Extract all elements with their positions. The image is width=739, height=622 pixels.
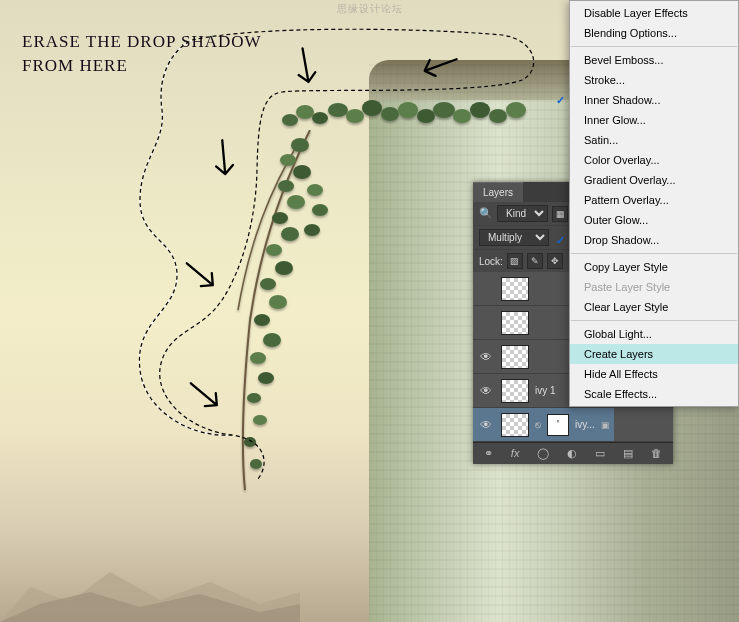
menu-item[interactable]: Blending Options... [570, 23, 738, 43]
layer-name[interactable]: ivy... [575, 419, 595, 430]
menu-separator [571, 46, 737, 47]
mask-icon[interactable]: ◯ [537, 447, 549, 460]
fx-icon[interactable]: fx [511, 447, 520, 460]
group-icon[interactable]: ▭ [595, 447, 605, 460]
menu-item[interactable]: Create Layers [570, 344, 738, 364]
adjustment-icon[interactable]: ◐ [567, 447, 577, 460]
visibility-toggle[interactable]: 👁 [477, 418, 495, 432]
lock-transparent-icon[interactable]: ▨ [507, 253, 523, 269]
canvas-area: 思缘设计论坛 WWW.MISSYUAN.COM ERASE THE DROP S… [0, 0, 739, 622]
menu-item-label: Drop Shadow... [584, 234, 659, 246]
menu-item-label: Paste Layer Style [584, 281, 670, 293]
layers-tab[interactable]: Layers [473, 182, 523, 202]
menu-item-label: Pattern Overlay... [584, 194, 669, 206]
menu-item[interactable]: Outer Glow... [570, 210, 738, 230]
menu-item-label: Copy Layer Style [584, 261, 668, 273]
new-layer-icon[interactable]: ▤ [623, 447, 633, 460]
menu-item-label: Blending Options... [584, 27, 677, 39]
menu-item[interactable]: Bevel Emboss... [570, 50, 738, 70]
menu-item-label: Color Overlay... [584, 154, 660, 166]
menu-item-label: Clear Layer Style [584, 301, 668, 313]
lock-pixels-icon[interactable]: ✎ [527, 253, 543, 269]
menu-item[interactable]: ✓Drop Shadow... [570, 230, 738, 250]
menu-item[interactable]: Color Overlay... [570, 150, 738, 170]
menu-separator [571, 320, 737, 321]
menu-item[interactable]: ✓Inner Shadow... [570, 90, 738, 110]
filter-pixel-icon[interactable]: ▦ [552, 206, 568, 222]
annotation-arrow [184, 374, 227, 417]
link-icon: ⎋ [535, 419, 541, 430]
menu-item-label: Outer Glow... [584, 214, 648, 226]
checkmark-icon: ✓ [556, 234, 565, 247]
layer-thumbnail[interactable] [501, 379, 529, 403]
menu-item-label: Satin... [584, 134, 618, 146]
watermark-center: 思缘设计论坛 [337, 2, 403, 16]
menu-item[interactable]: Pattern Overlay... [570, 190, 738, 210]
annotation-arrow [180, 254, 223, 297]
fx-badge-icon[interactable]: ▣ [601, 420, 610, 430]
visibility-toggle[interactable]: 👁 [477, 384, 495, 398]
menu-item-label: Disable Layer Effects [584, 7, 688, 19]
lock-position-icon[interactable]: ✥ [547, 253, 563, 269]
background-mountains [0, 532, 300, 622]
layers-footer: ⚭ fx ◯ ◐ ▭ ▤ 🗑 [473, 442, 673, 464]
menu-item-label: Inner Shadow... [584, 94, 660, 106]
menu-item[interactable]: Copy Layer Style [570, 257, 738, 277]
checkmark-icon: ✓ [556, 94, 565, 107]
menu-item-label: Stroke... [584, 74, 625, 86]
menu-item[interactable]: Scale Effects... [570, 384, 738, 404]
lock-label: Lock: [479, 256, 503, 267]
trash-icon[interactable]: 🗑 [651, 447, 662, 460]
menu-item-label: Global Light... [584, 328, 652, 340]
layer-row-selected[interactable]: 👁 ⎋ ' ivy... ▣ [473, 408, 614, 442]
menu-item[interactable]: Stroke... [570, 70, 738, 90]
menu-item-label: Gradient Overlay... [584, 174, 676, 186]
layers-kind-select[interactable]: Kind [497, 205, 548, 222]
menu-item[interactable]: Gradient Overlay... [570, 170, 738, 190]
menu-item[interactable]: Inner Glow... [570, 110, 738, 130]
menu-item-label: Scale Effects... [584, 388, 657, 400]
layer-thumbnail[interactable] [501, 413, 529, 437]
blend-mode-select[interactable]: Multiply [479, 229, 549, 246]
menu-item-label: Create Layers [584, 348, 653, 360]
layer-thumbnail[interactable] [501, 277, 529, 301]
menu-item[interactable]: Disable Layer Effects [570, 3, 738, 23]
menu-item: Paste Layer Style [570, 277, 738, 297]
menu-separator [571, 253, 737, 254]
menu-item-label: Bevel Emboss... [584, 54, 663, 66]
menu-item[interactable]: Satin... [570, 130, 738, 150]
menu-item[interactable]: Hide All Effects [570, 364, 738, 384]
visibility-toggle[interactable]: 👁 [477, 350, 495, 364]
layer-mask-thumbnail[interactable]: ' [547, 414, 569, 436]
layer-thumbnail[interactable] [501, 345, 529, 369]
link-layers-icon[interactable]: ⚭ [484, 447, 493, 460]
menu-item[interactable]: Clear Layer Style [570, 297, 738, 317]
layer-thumbnail[interactable] [501, 311, 529, 335]
menu-item-label: Hide All Effects [584, 368, 658, 380]
menu-item-label: Inner Glow... [584, 114, 646, 126]
layer-style-context-menu[interactable]: Disable Layer EffectsBlending Options...… [569, 0, 739, 407]
menu-item[interactable]: Global Light... [570, 324, 738, 344]
